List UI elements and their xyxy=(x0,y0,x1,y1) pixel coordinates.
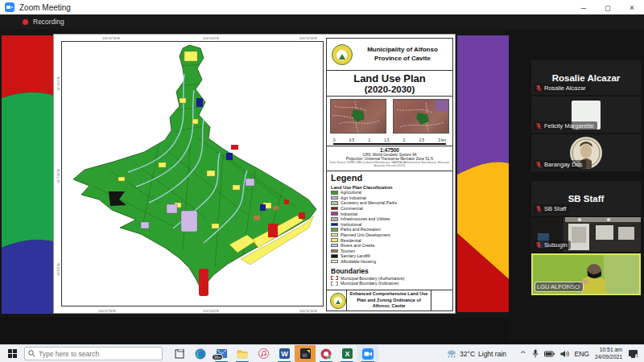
window-titlebar: Zoom Meeting – □ × xyxy=(0,0,644,14)
folder-icon xyxy=(237,349,248,359)
legend-label: Agri Industrial xyxy=(341,195,366,200)
active-app-icon xyxy=(300,348,311,359)
coordinate-label: 120°47'30"E xyxy=(102,36,120,40)
legend-label: Municipal Boundary (Indicative) xyxy=(341,281,398,286)
clock[interactable]: 10:51 am 24/09/2021 xyxy=(595,347,622,360)
scale-tick: 3 km xyxy=(438,138,446,142)
legend-label: Residential xyxy=(341,238,361,243)
legend-swatch xyxy=(331,201,338,205)
edge-icon xyxy=(195,348,206,360)
coordinate-label: 120°47'30"E xyxy=(98,309,116,313)
boundary-swatch xyxy=(331,282,338,286)
legend-label: Municipal Boundary (Authoritative) xyxy=(341,276,404,281)
legend-label: Planned Unit Development xyxy=(341,232,390,237)
word-button[interactable]: W xyxy=(274,345,295,362)
scale-tick: 1.5 xyxy=(384,138,389,142)
legend-swatch xyxy=(331,223,338,227)
participant-tile[interactable]: Sulsugin xyxy=(531,217,641,252)
minimize-button[interactable]: – xyxy=(572,0,596,14)
coordinate-label: 120°52'30"E xyxy=(299,36,317,40)
coordinate-label: 14°5'0"N xyxy=(56,263,60,276)
svg-text:X: X xyxy=(345,350,349,358)
participant-tile[interactable]: Barangay Dos xyxy=(531,134,641,171)
speaker-icon[interactable] xyxy=(560,350,569,358)
participant-tile-active-speaker[interactable]: LGU ALFONSO xyxy=(531,253,641,295)
windows-taskbar: 99+ W xyxy=(0,344,644,362)
desktop-screen: Zoom Meeting – □ × Recording xyxy=(0,0,644,362)
legend-swatch xyxy=(331,249,338,253)
scale-ratio: 1:47500 xyxy=(327,147,452,153)
scale-bar: 0 0.5 1 1.5 2 2.5 3 km xyxy=(333,138,446,146)
legend-swatch xyxy=(331,212,338,216)
map-title: Land Use Plan xyxy=(327,72,452,84)
window-title: Zoom Meeting xyxy=(19,3,71,12)
legend-swatch xyxy=(331,260,338,264)
sheet-footer: Enhanced Comprehensive Land Use Plan and… xyxy=(327,290,452,311)
legend-swatch xyxy=(331,254,338,258)
task-view-icon xyxy=(175,349,184,359)
coordinate-label: 14°7'30"N xyxy=(56,169,60,183)
legend-label: Affordable Housing xyxy=(341,259,376,264)
legend-swatch xyxy=(331,217,338,221)
participant-name-label: Barangay Dos xyxy=(544,161,583,168)
meeting-toolbar: Recording xyxy=(0,14,644,29)
participant-tile[interactable]: Felicity Margarette xyxy=(531,97,641,133)
music-app-button[interactable] xyxy=(253,345,274,362)
zoom-taskbar-button[interactable] xyxy=(357,345,378,362)
maximize-button[interactable]: □ xyxy=(596,0,620,14)
muted-mic-icon xyxy=(535,241,542,249)
coordinate-label: 120°50'0"E xyxy=(203,309,219,313)
language-indicator[interactable]: ENG xyxy=(575,350,589,358)
battery-icon[interactable] xyxy=(544,351,555,357)
scale-tick: 0 xyxy=(333,138,336,142)
excel-icon: X xyxy=(342,348,353,359)
legend-label: Agricultural xyxy=(341,190,361,195)
edge-browser-button[interactable] xyxy=(190,345,211,362)
map-info-panel: Municipality of Alfonso Province of Cavi… xyxy=(326,38,453,311)
inset-map-left xyxy=(330,99,386,134)
active-app-button[interactable] xyxy=(295,345,316,362)
participant-tile[interactable]: SB Staff SB Staff xyxy=(531,181,641,216)
coordinate-label: 120°50'0"E xyxy=(203,36,219,40)
mail-button[interactable]: 99+ xyxy=(211,345,232,362)
muted-mic-icon xyxy=(535,205,542,212)
legend-swatch xyxy=(331,196,338,200)
scale-tick: 1 xyxy=(368,138,370,142)
participant-name-label: Felicity Margarette xyxy=(544,122,594,130)
scale-tick: 2 xyxy=(403,138,406,142)
participant-tile[interactable]: Rosalie Alcazar Rosalie Alcazar xyxy=(531,60,641,95)
legend-swatch xyxy=(331,207,338,211)
coordinate-label: 120°52'30"E xyxy=(299,309,317,313)
scale-tick: 2.5 xyxy=(419,138,424,142)
legend-label: Parks and Recreation xyxy=(341,227,381,232)
muted-mic-icon xyxy=(535,84,542,92)
svg-text:W: W xyxy=(281,350,288,358)
participant-name-label: LGU ALFONSO xyxy=(537,283,580,290)
legend-label: Tourism xyxy=(341,249,355,253)
weather-widget[interactable]: 32°C Light rain xyxy=(447,349,506,358)
file-explorer-button[interactable] xyxy=(232,345,253,362)
action-center-icon[interactable]: 1 xyxy=(628,349,639,359)
excel-button[interactable]: X xyxy=(336,345,357,362)
task-view-button[interactable] xyxy=(169,345,190,362)
close-button[interactable]: × xyxy=(620,0,644,14)
legend-label: Sanitary Landfill xyxy=(341,253,370,258)
microphone-tray-icon[interactable] xyxy=(532,349,539,358)
music-icon xyxy=(258,348,269,359)
legend-swatch xyxy=(331,233,338,237)
taskbar-search[interactable] xyxy=(24,347,163,360)
land-use-plan-sheet: 120°47'30"E 120°50'0"E 120°52'30"E 120°4… xyxy=(53,34,456,314)
participants-panel: Rosalie Alcazar Rosalie Alcazar xyxy=(509,29,644,344)
tray-expand-chevron[interactable]: ^ xyxy=(520,350,526,358)
rain-icon xyxy=(447,349,456,358)
red-circle-app-icon xyxy=(320,348,332,360)
browser-notification-button[interactable] xyxy=(316,345,336,362)
legend-label: Industrial xyxy=(341,212,357,216)
legend-swatch xyxy=(331,244,338,248)
participant-name-label: SB Staff xyxy=(544,205,566,212)
search-input[interactable] xyxy=(39,350,143,358)
footer-seal-icon xyxy=(330,293,346,309)
start-button[interactable] xyxy=(0,345,24,362)
location-insets: 0 0.5 1 1.5 2 2.5 3 km xyxy=(327,97,452,146)
mail-badge: 99+ xyxy=(212,354,223,360)
